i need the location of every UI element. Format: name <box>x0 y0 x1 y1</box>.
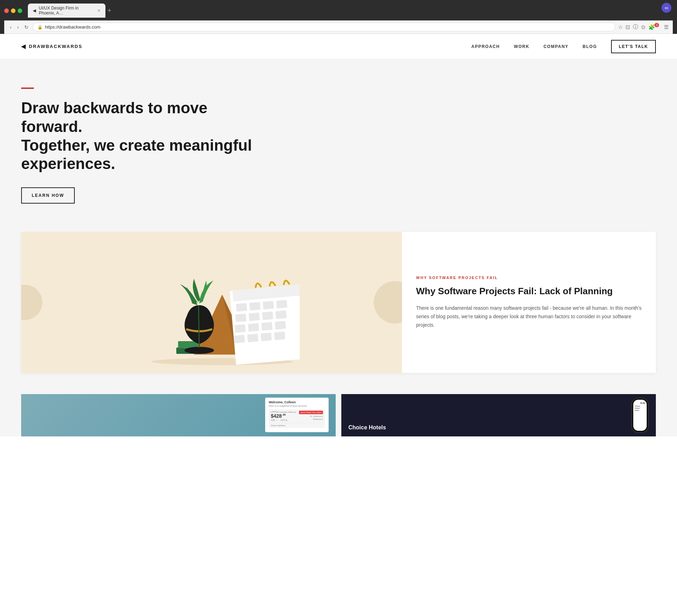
traffic-lights <box>4 8 22 13</box>
nav-approach[interactable]: APPROACH <box>471 44 500 49</box>
dashboard-alert: Items Need Your Atten <box>299 411 323 414</box>
lock-icon: 🔒 <box>37 25 43 30</box>
browser-chrome: ◀ UI/UX Design Firm in Phoenix, A… ✕ + ∞… <box>0 0 677 34</box>
logo[interactable]: ◀ DRAWBACKWARDS <box>21 43 83 50</box>
close-button[interactable] <box>4 8 9 13</box>
refresh-button[interactable]: ↻ <box>23 24 30 31</box>
nav-blog[interactable]: BLOG <box>583 44 597 49</box>
svg-rect-20 <box>275 321 286 330</box>
logo-text: DRAWBACKWARDS <box>29 44 83 49</box>
svg-rect-18 <box>248 323 259 332</box>
star-icon[interactable]: ☆ <box>618 24 623 30</box>
phone-app-name: Choice Hotels Intern… <box>635 405 645 411</box>
featured-description: There is one fundamental reason many sof… <box>416 304 642 329</box>
svg-point-5 <box>184 347 214 354</box>
fullscreen-button[interactable] <box>18 8 22 13</box>
portfolio-item-lpfsa[interactable]: Welcome, Colleen Here is a snapshot of y… <box>21 394 336 436</box>
back-button[interactable]: ‹ <box>8 24 13 31</box>
dashboard-item1: Dr. Robertson <box>299 415 323 417</box>
svg-rect-16 <box>275 310 287 319</box>
svg-rect-23 <box>261 333 272 342</box>
svg-rect-14 <box>249 313 260 321</box>
info-icon[interactable]: ⓘ <box>633 24 638 30</box>
svg-rect-21 <box>234 335 245 344</box>
dashboard-amount: $428.45 <box>271 413 296 419</box>
tab-favicon: ◀ <box>33 8 36 13</box>
main-nav: ◀ DRAWBACKWARDS APPROACH WORK COMPANY BL… <box>0 34 677 59</box>
featured-section: WHY SOFTWARE PROJECTS FAIL Why Software … <box>0 225 677 387</box>
hero-title: Draw backwards to move forward. Together… <box>21 99 268 173</box>
lets-talk-button[interactable]: LET'S TALK <box>611 40 656 53</box>
extensions-badge: 3 <box>654 23 659 27</box>
dashboard-subtitle: Here is a snapshot of your account <box>269 405 325 407</box>
svg-rect-11 <box>263 301 274 310</box>
learn-how-button[interactable]: LEARN HOW <box>21 187 75 204</box>
tab-close-icon[interactable]: ✕ <box>97 8 100 13</box>
svg-line-6 <box>199 305 199 348</box>
nav-links: APPROACH WORK COMPANY BLOG LET'S TALK <box>471 40 656 53</box>
tab-title: UI/UX Design Firm in Phoenix, A… <box>39 6 94 16</box>
forward-button[interactable]: › <box>16 24 20 31</box>
menu-icon[interactable]: ☰ <box>664 24 669 30</box>
featured-image <box>21 232 402 373</box>
logo-icon: ◀ <box>21 43 26 50</box>
dashboard-welcome: Welcome, Colleen <box>269 400 325 404</box>
url-text: https://drawbackwards.com <box>45 24 100 30</box>
svg-rect-9 <box>236 303 247 312</box>
svg-rect-10 <box>249 302 261 311</box>
svg-rect-19 <box>261 322 273 331</box>
svg-rect-12 <box>276 300 287 309</box>
toolbar-actions: ☆ ⊡ ⓘ ⊙ 🧩 3 ☰ <box>618 24 669 30</box>
featured-content: WHY SOFTWARE PROJECTS FAIL Why Software … <box>402 232 656 373</box>
featured-category: WHY SOFTWARE PROJECTS FAIL <box>416 276 642 280</box>
portfolio-section: Welcome, Colleen Here is a snapshot of y… <box>0 387 677 436</box>
featured-card: WHY SOFTWARE PROJECTS FAIL Why Software … <box>21 232 656 373</box>
nav-company[interactable]: COMPANY <box>543 44 568 49</box>
dashboard-item2: Walgreens <box>299 418 323 420</box>
phone-screen: 9:41 Choice Hotels Intern… <box>633 400 647 431</box>
extensions-icon[interactable]: 🧩 3 <box>648 24 661 30</box>
website-content: ◀ DRAWBACKWARDS APPROACH WORK COMPANY BL… <box>0 34 677 436</box>
nav-work[interactable]: WORK <box>514 44 529 49</box>
browser-titlebar: ◀ UI/UX Design Firm in Phoenix, A… ✕ + ∞ <box>4 4 673 18</box>
portfolio-label-choice: Choice Hotels <box>348 424 386 431</box>
illustration-container <box>123 235 300 370</box>
pocket-icon[interactable]: ⊡ <box>626 24 630 30</box>
svg-rect-22 <box>247 334 258 343</box>
tab-bar: ◀ UI/UX Design Firm in Phoenix, A… ✕ + <box>28 4 673 18</box>
phone-preview: 9:41 Choice Hotels Intern… <box>631 394 649 436</box>
phone-time: 9:41 <box>635 402 645 404</box>
svg-rect-17 <box>234 324 246 333</box>
blog-illustration <box>123 235 300 369</box>
new-tab-button[interactable]: + <box>108 7 111 14</box>
dashboard-status: Status Updates <box>271 423 323 427</box>
dashboard-balance-section: LPFSA Available Balance $428.45 125 ☆ 21… <box>269 409 325 428</box>
minimize-button[interactable] <box>11 8 16 13</box>
profile-avatar[interactable]: ∞ <box>661 3 671 13</box>
hero-section: Draw backwards to move forward. Together… <box>0 59 677 225</box>
active-tab[interactable]: ◀ UI/UX Design Firm in Phoenix, A… ✕ <box>28 4 105 18</box>
dashboard-brand: LPFSA Available Balance <box>271 411 296 413</box>
dashboard-stats: 125 ☆ 215 ◎ <box>271 419 296 422</box>
browser-toolbar: ‹ › ↻ 🔒 https://drawbackwards.com ☆ ⊡ ⓘ … <box>4 20 673 34</box>
svg-rect-15 <box>262 312 273 320</box>
phone-frame: 9:41 Choice Hotels Intern… <box>631 398 649 433</box>
profile-icon[interactable]: ⊙ <box>641 24 646 30</box>
hero-accent-bar <box>21 87 34 89</box>
svg-rect-24 <box>274 332 285 340</box>
svg-rect-13 <box>235 314 246 322</box>
address-bar[interactable]: 🔒 https://drawbackwards.com <box>33 23 615 31</box>
featured-title: Why Software Projects Fail: Lack of Plan… <box>416 285 642 297</box>
portfolio-item-choice-hotels[interactable]: Choice Hotels 9:41 Choice Hotels Intern… <box>341 394 656 436</box>
dashboard-preview: Welcome, Colleen Here is a snapshot of y… <box>265 398 329 432</box>
